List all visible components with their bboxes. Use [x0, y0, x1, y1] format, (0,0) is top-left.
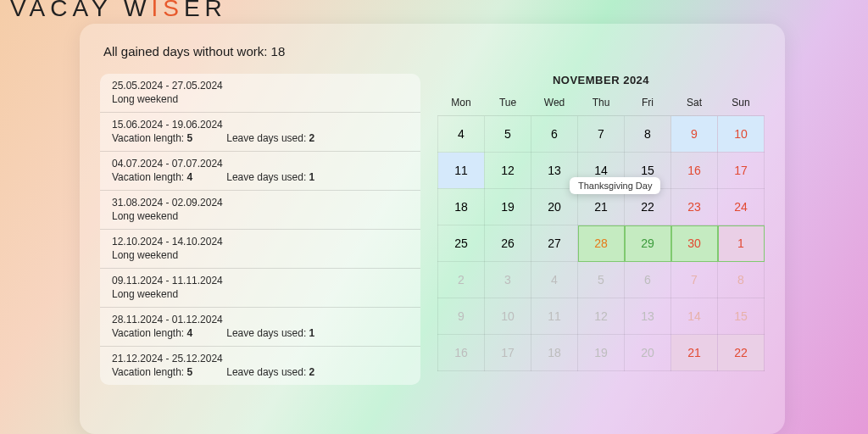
calendar-day[interactable]: 6: [625, 262, 671, 298]
dow-header: Sun: [718, 92, 765, 116]
calendar-day[interactable]: 16: [671, 153, 718, 189]
dow-header: Wed: [531, 92, 578, 116]
list-item[interactable]: 31.08.2024 - 02.09.2024Long weekend: [100, 191, 420, 230]
calendar-day[interactable]: 5: [578, 262, 625, 298]
calendar-day[interactable]: 5: [485, 116, 531, 153]
calendar-day[interactable]: 23: [671, 189, 718, 225]
calendar-day[interactable]: 2: [438, 262, 485, 298]
item-dates: 28.11.2024 - 01.12.2024: [112, 314, 409, 326]
calendar-day[interactable]: 11: [531, 298, 578, 335]
brand-logo: VACAY WISER: [10, 0, 227, 22]
calendar-day[interactable]: 20: [625, 335, 671, 371]
calendar-day[interactable]: 25: [438, 225, 485, 262]
item-sub: Long weekend: [112, 93, 178, 105]
summary-line: All gained days without work: 18: [103, 44, 765, 58]
calendar-day[interactable]: 9: [671, 116, 718, 153]
item-sub: Long weekend: [112, 288, 178, 300]
dow-header: Thu: [578, 92, 625, 116]
calendar-day[interactable]: 1: [718, 225, 765, 262]
calendar-day[interactable]: 26: [485, 225, 531, 262]
item-length: Vacation length: 5: [112, 366, 192, 378]
calendar-day[interactable]: 19: [578, 335, 625, 371]
list-item[interactable]: 12.10.2024 - 14.10.2024Long weekend: [100, 230, 420, 269]
calendar-day[interactable]: 22: [718, 335, 765, 371]
calendar-day[interactable]: 17: [485, 335, 531, 371]
calendar-day[interactable]: 24: [718, 189, 765, 225]
calendar-day[interactable]: 30: [671, 225, 718, 262]
calendar-day[interactable]: 7: [578, 116, 625, 153]
item-dates: 04.07.2024 - 07.07.2024: [112, 158, 409, 170]
calendar-day[interactable]: 19: [485, 189, 531, 225]
vacation-list: 25.05.2024 - 27.05.2024Long weekend15.06…: [100, 74, 420, 385]
item-length: Vacation length: 5: [112, 132, 192, 144]
calendar-day[interactable]: 21Thanksgiving Day: [578, 189, 625, 225]
calendar-day[interactable]: 12: [578, 298, 625, 335]
list-item[interactable]: 09.11.2024 - 11.11.2024Long weekend: [100, 269, 420, 308]
item-used: Leave days used: 1: [226, 327, 314, 339]
calendar-day[interactable]: 6: [531, 116, 578, 153]
calendar-day[interactable]: 16: [438, 335, 485, 371]
item-used: Leave days used: 1: [226, 171, 314, 183]
list-item[interactable]: 15.06.2024 - 19.06.2024Vacation length: …: [100, 113, 420, 152]
calendar-title: NOVEMBER 2024: [437, 74, 765, 86]
item-length: Vacation length: 4: [112, 171, 192, 183]
calendar-day[interactable]: 27: [531, 225, 578, 262]
calendar-day[interactable]: 7: [671, 262, 718, 298]
item-dates: 21.12.2024 - 25.12.2024: [112, 353, 409, 364]
dow-header: Tue: [485, 92, 531, 116]
item-dates: 25.05.2024 - 27.05.2024: [112, 80, 409, 92]
calendar-day[interactable]: 10: [718, 116, 765, 153]
calendar-day[interactable]: 8: [718, 262, 765, 298]
calendar: NOVEMBER 2024 MonTueWedThuFriSatSun 4567…: [437, 74, 765, 385]
list-item[interactable]: 25.05.2024 - 27.05.2024Long weekend: [100, 74, 420, 113]
item-used: Leave days used: 2: [226, 132, 314, 144]
calendar-day[interactable]: 14: [671, 298, 718, 335]
list-item[interactable]: 28.11.2024 - 01.12.2024Vacation length: …: [100, 308, 420, 347]
calendar-day[interactable]: 3: [485, 262, 531, 298]
calendar-day[interactable]: 20: [531, 189, 578, 225]
item-dates: 09.11.2024 - 11.11.2024: [112, 275, 409, 287]
calendar-day[interactable]: 29: [625, 225, 671, 262]
calendar-grid: MonTueWedThuFriSatSun 456789101112131415…: [437, 92, 765, 371]
calendar-day[interactable]: 18: [531, 335, 578, 371]
calendar-day[interactable]: 21: [671, 335, 718, 371]
list-item[interactable]: 04.07.2024 - 07.07.2024Vacation length: …: [100, 152, 420, 191]
calendar-day[interactable]: 11: [438, 153, 485, 189]
calendar-day[interactable]: 4: [438, 116, 485, 153]
calendar-day[interactable]: 13: [625, 298, 671, 335]
calendar-day[interactable]: 12: [485, 153, 531, 189]
dow-header: Sat: [671, 92, 718, 116]
calendar-day[interactable]: 28: [578, 225, 625, 262]
list-item[interactable]: 21.12.2024 - 25.12.2024Vacation length: …: [100, 347, 420, 385]
item-dates: 15.06.2024 - 19.06.2024: [112, 119, 409, 131]
calendar-day[interactable]: 4: [531, 262, 578, 298]
dow-header: Fri: [625, 92, 671, 116]
item-dates: 31.08.2024 - 02.09.2024: [112, 197, 409, 209]
calendar-day[interactable]: 10: [485, 298, 531, 335]
calendar-day[interactable]: 9: [438, 298, 485, 335]
item-sub: Long weekend: [112, 249, 178, 261]
calendar-day[interactable]: 8: [625, 116, 671, 153]
item-dates: 12.10.2024 - 14.10.2024: [112, 236, 409, 248]
calendar-day[interactable]: 18: [438, 189, 485, 225]
main-panel: All gained days without work: 18 25.05.2…: [80, 24, 785, 434]
calendar-day[interactable]: 15: [718, 298, 765, 335]
holiday-tooltip: Thanksgiving Day: [570, 177, 660, 194]
dow-header: Mon: [438, 92, 485, 116]
calendar-day[interactable]: 17: [718, 153, 765, 189]
item-used: Leave days used: 2: [226, 366, 314, 378]
item-sub: Long weekend: [112, 210, 178, 222]
item-length: Vacation length: 4: [112, 327, 192, 339]
